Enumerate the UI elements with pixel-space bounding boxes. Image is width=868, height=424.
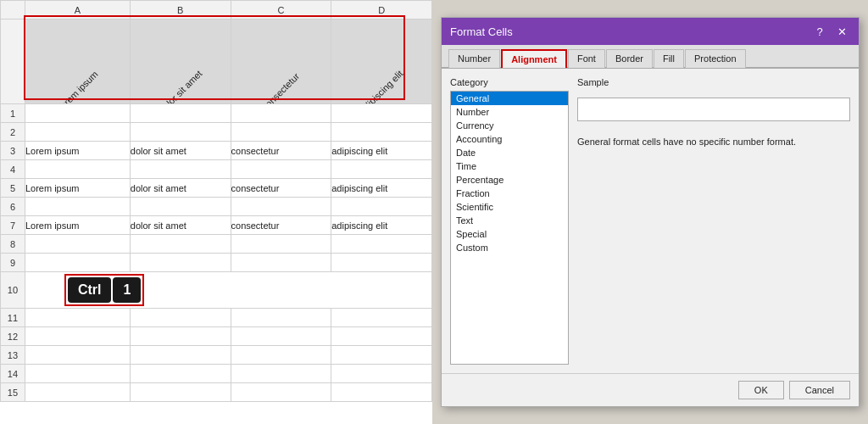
- cell-r1-c0[interactable]: [25, 104, 130, 123]
- cell-r14-c1[interactable]: [130, 365, 231, 383]
- cell-r12-c2[interactable]: [231, 327, 331, 346]
- category-item-text[interactable]: Text: [451, 214, 568, 227]
- cell-r9-c0[interactable]: [25, 254, 130, 272]
- ok-button[interactable]: OK: [738, 381, 784, 399]
- cell-r2-c0[interactable]: [25, 123, 130, 142]
- cell-r9-c2[interactable]: [231, 254, 331, 272]
- cell-r12-c1[interactable]: [130, 327, 231, 346]
- dialog-controls: ? ✕: [811, 25, 850, 38]
- cell-r8-c1[interactable]: [130, 235, 231, 254]
- cell-r3-c0[interactable]: Lorem ipsum: [25, 142, 130, 160]
- col-header-c[interactable]: C: [231, 1, 331, 20]
- cell-r13-c3[interactable]: [331, 346, 432, 365]
- cell-r3-c3[interactable]: adipiscing elit: [331, 142, 432, 160]
- cell-r8-c3[interactable]: [331, 235, 432, 254]
- cell-r6-c3[interactable]: [331, 198, 432, 216]
- row-num-13: 13: [1, 346, 25, 365]
- cell-r6-c1[interactable]: [130, 198, 231, 216]
- content-section: Sample General format cells have no spec…: [577, 77, 850, 365]
- cell-r9-c1[interactable]: [130, 254, 231, 272]
- cell-r7-c2[interactable]: consectetur: [231, 216, 331, 235]
- cell-r6-c2[interactable]: [231, 198, 331, 216]
- cell-r13-c0[interactable]: [25, 346, 130, 365]
- cell-r7-c0[interactable]: Lorem ipsum: [25, 216, 130, 235]
- cell-r12-c0[interactable]: [25, 327, 130, 346]
- cell-r11-c2[interactable]: [231, 309, 331, 327]
- cell-r14-c0[interactable]: [25, 365, 130, 383]
- category-item-currency[interactable]: Currency: [451, 119, 568, 132]
- category-section: Category GeneralNumberCurrencyAccounting…: [450, 77, 569, 365]
- cell-r1-c1[interactable]: [130, 104, 231, 123]
- cell-r11-c3[interactable]: [331, 309, 432, 327]
- category-item-special[interactable]: Special: [451, 227, 568, 241]
- category-list[interactable]: GeneralNumberCurrencyAccountingDateTimeP…: [450, 91, 569, 365]
- tab-border[interactable]: Border: [606, 49, 653, 68]
- category-item-percentage[interactable]: Percentage: [451, 173, 568, 187]
- tab-alignment[interactable]: Alignment: [501, 49, 567, 68]
- dialog-close-button[interactable]: ✕: [833, 25, 850, 38]
- cell-r3-c1[interactable]: dolor sit amet: [130, 142, 231, 160]
- cell-r2-c1[interactable]: [130, 123, 231, 142]
- cell-r4-c1[interactable]: [130, 160, 231, 179]
- cell-r6-c0[interactable]: [25, 198, 130, 216]
- cell-r11-c0[interactable]: [25, 309, 130, 327]
- dialog-help-button[interactable]: ?: [811, 25, 828, 38]
- dialog-body: Category GeneralNumberCurrencyAccounting…: [442, 69, 859, 373]
- cell-r13-c2[interactable]: [231, 346, 331, 365]
- cell-r1-c3[interactable]: [331, 104, 432, 123]
- cell-r7-c1[interactable]: dolor sit amet: [130, 216, 231, 235]
- cell-r15-c3[interactable]: [331, 383, 432, 402]
- cell-r4-c0[interactable]: [25, 160, 130, 179]
- cell-r5-c1[interactable]: dolor sit amet: [130, 179, 231, 198]
- cell-r13-c1[interactable]: [130, 346, 231, 365]
- cell-r2-c2[interactable]: [231, 123, 331, 142]
- col-header-a[interactable]: A: [25, 1, 130, 20]
- category-item-custom[interactable]: Custom: [451, 241, 568, 254]
- cell-r4-c3[interactable]: [331, 160, 432, 179]
- category-item-accounting[interactable]: Accounting: [451, 132, 568, 146]
- cell-r14-c3[interactable]: [331, 365, 432, 383]
- cell-r7-c3[interactable]: adipiscing elit: [331, 216, 432, 235]
- dialog-title: Format Cells: [450, 25, 513, 38]
- cell-r9-c3[interactable]: [331, 254, 432, 272]
- header-cell-a-text: Lorem ipsum: [55, 69, 100, 103]
- cell-r5-c2[interactable]: consectetur: [231, 179, 331, 198]
- tab-fill[interactable]: Fill: [654, 49, 684, 68]
- category-item-fraction[interactable]: Fraction: [451, 187, 568, 200]
- cell-r8-c2[interactable]: [231, 235, 331, 254]
- category-item-scientific[interactable]: Scientific: [451, 200, 568, 214]
- kbd-ctrl: Ctrl: [68, 277, 112, 303]
- tab-font[interactable]: Font: [568, 49, 605, 68]
- cell-r14-c2[interactable]: [231, 365, 331, 383]
- cell-r1-c2[interactable]: [231, 104, 331, 123]
- cell-r5-c0[interactable]: Lorem ipsum: [25, 179, 130, 198]
- cell-r4-c2[interactable]: [231, 160, 331, 179]
- category-item-number[interactable]: Number: [451, 105, 568, 119]
- col-header-d[interactable]: D: [331, 1, 432, 20]
- category-item-time[interactable]: Time: [451, 159, 568, 173]
- col-header-b[interactable]: B: [130, 1, 231, 20]
- header-cell-c[interactable]: consectetur: [231, 20, 331, 104]
- cell-r2-c3[interactable]: [331, 123, 432, 142]
- header-cell-a[interactable]: Lorem ipsum: [25, 20, 130, 104]
- tab-protection[interactable]: Protection: [685, 49, 746, 68]
- cell-r8-c0[interactable]: [25, 235, 130, 254]
- cell-r15-c1[interactable]: [130, 383, 231, 402]
- tab-number[interactable]: Number: [448, 49, 500, 68]
- category-item-date[interactable]: Date: [451, 146, 568, 159]
- cell-r3-c2[interactable]: consectetur: [231, 142, 331, 160]
- header-cell-b[interactable]: dolor sit amet: [130, 20, 231, 104]
- cell-r15-c2[interactable]: [231, 383, 331, 402]
- cell-r11-c1[interactable]: [130, 309, 231, 327]
- table-row: 10Ctrl1: [1, 272, 432, 309]
- dialog-titlebar: Format Cells ? ✕: [442, 18, 859, 45]
- table-row: 6: [1, 198, 432, 216]
- row-num-15: 15: [1, 383, 25, 402]
- cell-r5-c3[interactable]: adipiscing elit: [331, 179, 432, 198]
- cancel-button[interactable]: Cancel: [789, 381, 850, 399]
- row-num-1: 1: [1, 104, 25, 123]
- header-cell-d[interactable]: adipiscing elit: [331, 20, 432, 104]
- cell-r12-c3[interactable]: [331, 327, 432, 346]
- category-item-general[interactable]: General: [451, 92, 568, 105]
- cell-r15-c0[interactable]: [25, 383, 130, 402]
